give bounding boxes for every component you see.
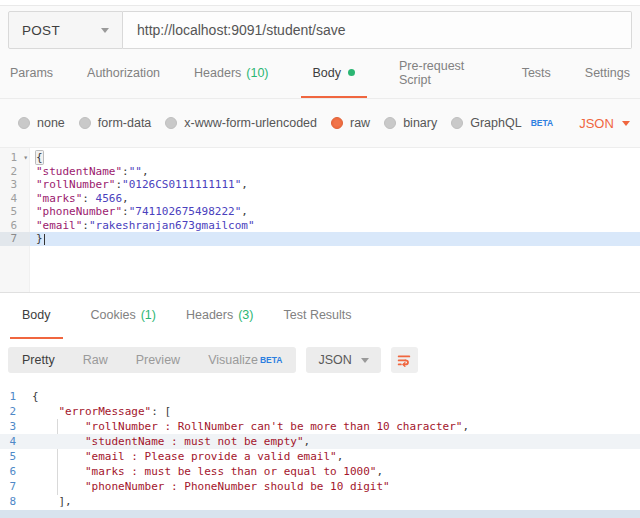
code-line: 6 "marks : must be less than or equal to…: [0, 464, 640, 479]
code-text: "marks : must be less than or equal to 1…: [24, 464, 383, 479]
radio-icon: [79, 117, 91, 129]
code-line: 8 ],: [0, 494, 640, 509]
tab-authorization[interactable]: Authorization: [85, 49, 162, 98]
line-number: 5: [0, 205, 30, 219]
line-number: 3: [0, 419, 24, 434]
code-text: }: [30, 232, 45, 246]
code-line: 4 "studentName : must not be empty",: [0, 434, 640, 449]
mode-form-data[interactable]: form-data: [79, 116, 152, 130]
graphql-beta-badge: BETA: [531, 118, 554, 128]
response-tabs: Body Cookies (1) Headers (3) Test Result…: [0, 293, 640, 339]
wrap-lines-button[interactable]: [391, 347, 418, 373]
radio-icon: [18, 117, 30, 129]
mode-x-www-form-urlencoded[interactable]: x-www-form-urlencoded: [165, 116, 317, 130]
response-panel: Body Cookies (1) Headers (3) Test Result…: [0, 293, 640, 510]
tab-tests[interactable]: Tests: [520, 49, 553, 98]
body-filled-dot-icon: [348, 69, 355, 76]
code-text: "rollNumber":"0126CS0111111111",: [30, 178, 248, 192]
code-line[interactable]: 6"email":"rakeshranjan673gmailcom": [0, 219, 640, 233]
chevron-down-icon: [101, 28, 109, 33]
code-text: "phoneNumber":"741102675498222",: [30, 205, 248, 219]
visualize-beta-badge: BETA: [260, 355, 283, 365]
code-text: {: [30, 151, 43, 165]
code-line: 1{: [0, 389, 640, 404]
line-number: 6: [0, 464, 24, 479]
headers-count-badge: (10): [246, 66, 268, 80]
code-line[interactable]: 5"phoneNumber":"741102675498222",: [0, 205, 640, 219]
response-toolbar: Pretty Raw Preview Visualize BETA JSON: [0, 339, 640, 381]
code-line: 7 "phoneNumber : PhoneNumber should be 1…: [0, 479, 640, 494]
tab-headers[interactable]: Headers (10): [192, 49, 270, 98]
tab-settings[interactable]: Settings: [583, 49, 632, 98]
body-mode-row: none form-data x-www-form-urlencoded raw…: [0, 99, 640, 147]
code-line: 2 "errorMessage": [: [0, 404, 640, 419]
chevron-down-icon: [361, 358, 369, 363]
mode-binary[interactable]: binary: [384, 116, 437, 130]
url-input[interactable]: [123, 11, 632, 49]
response-headers-count-badge: (3): [238, 308, 253, 322]
view-preview[interactable]: Preview: [122, 347, 194, 373]
line-number: 7: [0, 232, 30, 246]
raw-language-select[interactable]: JSON: [579, 116, 630, 131]
method-select[interactable]: POST: [8, 11, 123, 49]
code-line[interactable]: 2"studentName":"",: [0, 165, 640, 179]
view-raw[interactable]: Raw: [69, 347, 122, 373]
code-text: "email : Please provide a valid email",: [24, 449, 343, 464]
code-line[interactable]: 4"marks": 4566,: [0, 192, 640, 206]
view-visualize[interactable]: Visualize BETA: [194, 347, 296, 373]
tab-cookies[interactable]: Cookies (1): [89, 293, 158, 339]
request-builder: POST Params Authorization Headers (10) B…: [0, 6, 640, 293]
code-text: "email":"rakeshranjan673gmailcom": [30, 219, 255, 233]
code-line: 5 "email : Please provide a valid email"…: [0, 449, 640, 464]
response-view-switcher: Pretty Raw Preview Visualize BETA: [8, 347, 296, 373]
tab-pre-request-script[interactable]: Pre-request Script: [397, 49, 490, 98]
line-number: 2: [0, 165, 30, 179]
tab-body[interactable]: Body: [301, 49, 368, 98]
request-tabs: Params Authorization Headers (10) Body P…: [0, 49, 640, 99]
wrap-lines-icon: [396, 352, 412, 368]
code-text: "phoneNumber : PhoneNumber should be 10 …: [24, 479, 390, 494]
line-number: 4: [0, 192, 30, 206]
code-line[interactable]: 1▾{: [0, 151, 640, 165]
code-line[interactable]: 7}: [0, 232, 640, 246]
line-number: 7: [0, 479, 24, 494]
line-number: 1▾: [0, 151, 30, 165]
line-number: 2: [0, 404, 24, 419]
horizontal-scrollbar[interactable]: [0, 510, 640, 518]
radio-icon: [451, 117, 463, 129]
cookies-count-badge: (1): [141, 308, 156, 322]
code-text: "studentName":"",: [30, 165, 149, 179]
line-number: 8: [0, 494, 24, 509]
code-text: "rollNumber : RollNumber can't be more t…: [24, 419, 469, 434]
tab-params[interactable]: Params: [8, 49, 55, 98]
line-number: 3: [0, 178, 30, 192]
response-format-select[interactable]: JSON: [306, 347, 380, 373]
line-number: 4: [0, 434, 24, 449]
chevron-down-icon: [622, 121, 630, 126]
line-number: 5: [0, 449, 24, 464]
mode-none[interactable]: none: [18, 116, 65, 130]
postman-window: POST Params Authorization Headers (10) B…: [0, 0, 640, 518]
code-line: 3 "rollNumber : RollNumber can't be more…: [0, 419, 640, 434]
mode-raw[interactable]: raw: [331, 116, 370, 130]
tab-response-body[interactable]: Body: [10, 293, 63, 339]
url-bar: POST: [0, 6, 640, 49]
radio-icon: [384, 117, 396, 129]
request-body-editor[interactable]: 1▾{2"studentName":"",3"rollNumber":"0126…: [0, 147, 640, 293]
mode-graphql[interactable]: GraphQL BETA: [451, 116, 553, 130]
view-pretty[interactable]: Pretty: [8, 347, 69, 373]
code-text: "marks": 4566,: [30, 192, 129, 206]
code-line[interactable]: 3"rollNumber":"0126CS0111111111",: [0, 178, 640, 192]
fold-arrow-icon[interactable]: ▾: [23, 151, 28, 165]
response-body-viewer: 1{2 "errorMessage": [3 "rollNumber : Rol…: [0, 381, 640, 510]
tab-response-headers[interactable]: Headers (3): [184, 293, 256, 339]
method-label: POST: [22, 23, 60, 38]
code-text: {: [24, 389, 39, 404]
code-text: "studentName : must not be empty",: [24, 434, 310, 449]
code-text: ],: [24, 494, 72, 509]
code-text: "errorMessage": [: [24, 404, 171, 419]
tab-test-results[interactable]: Test Results: [281, 293, 353, 339]
radio-icon: [165, 117, 177, 129]
line-number: 6: [0, 219, 30, 233]
line-number: 1: [0, 389, 24, 404]
